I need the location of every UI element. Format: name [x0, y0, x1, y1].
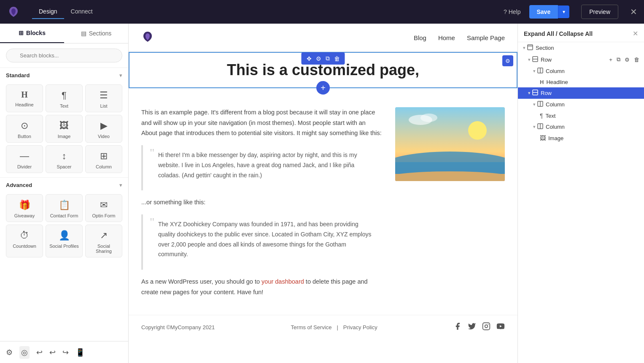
settings-toolbar-icon[interactable]: ⚙: [314, 54, 323, 63]
block-countdown[interactable]: ⏱ Countdown: [6, 225, 43, 257]
row2-chevron[interactable]: [528, 90, 531, 96]
col2-icon: [537, 101, 543, 108]
block-divider[interactable]: — Divider: [6, 145, 43, 173]
list-icon: ☰: [100, 90, 108, 101]
headline-icon: H: [21, 90, 28, 100]
tree-column-1[interactable]: Column: [518, 65, 644, 77]
right-panel: Expand All / Collapse All ✕ Section Row …: [517, 24, 644, 363]
undo-icon[interactable]: ↩: [49, 348, 56, 357]
save-dropdown-button[interactable]: ▾: [558, 5, 569, 18]
block-giveaway[interactable]: 🎁 Giveaway: [6, 194, 43, 222]
col3-chevron[interactable]: [533, 124, 536, 130]
facebook-icon[interactable]: [453, 322, 462, 333]
right-panel-header: Expand All / Collapse All ✕: [518, 24, 644, 42]
row1-add-button[interactable]: +: [608, 56, 614, 63]
canvas-inner: Blog Home Sample Page ✥ ⚙ ⧉ 🗑 This is a …: [129, 24, 517, 363]
col2-chevron[interactable]: [533, 102, 536, 107]
history-icon[interactable]: ↩: [36, 348, 43, 357]
close-button[interactable]: ✕: [630, 7, 637, 17]
row1-settings-button[interactable]: ⚙: [623, 56, 631, 63]
tab-connect[interactable]: Connect: [64, 5, 100, 19]
nav-link-sample[interactable]: Sample Page: [467, 34, 505, 41]
tab-design[interactable]: Design: [32, 5, 64, 19]
tree-column-3[interactable]: Column: [518, 121, 644, 133]
youtube-icon[interactable]: [496, 322, 505, 333]
block-headline[interactable]: H Headline: [6, 84, 43, 112]
dashboard-link[interactable]: your dashboard: [261, 278, 304, 285]
footer-social: [453, 322, 505, 333]
redo-icon[interactable]: ↩: [62, 348, 69, 357]
settings-icon[interactable]: ⚙: [6, 348, 13, 357]
twitter-icon[interactable]: [468, 322, 476, 333]
countdown-icon: ⏱: [20, 230, 29, 241]
blockquote-mark-2: ": [150, 216, 154, 228]
save-button[interactable]: Save: [529, 5, 558, 19]
svg-point-1: [468, 121, 487, 140]
block-contact-form[interactable]: 📋 Contact Form: [46, 194, 83, 222]
delete-toolbar-icon[interactable]: 🗑: [332, 54, 342, 63]
add-row-button[interactable]: +: [316, 81, 330, 95]
help-button[interactable]: ? Help: [504, 8, 521, 15]
block-button[interactable]: ⊙ Button: [6, 115, 43, 143]
advanced-section-header: Advanced ▾: [0, 177, 128, 192]
right-panel-title: Expand All / Collapse All: [524, 30, 593, 37]
instagram-icon[interactable]: [482, 322, 490, 333]
tree-headline[interactable]: H Headline: [518, 77, 644, 87]
preview-button[interactable]: Preview: [581, 5, 618, 19]
svg-point-9: [485, 325, 488, 328]
block-image[interactable]: 🖼 Image: [46, 115, 83, 143]
block-social-sharing[interactable]: ↗ Social Sharing: [85, 225, 122, 257]
tree-text[interactable]: ¶ Text: [518, 110, 644, 121]
row1-chevron[interactable]: [528, 57, 531, 62]
move-icon[interactable]: ✥: [305, 54, 313, 63]
nav-link-blog[interactable]: Blog: [414, 34, 426, 41]
column-icon: ⊞: [100, 151, 108, 162]
tree-row-2[interactable]: Row: [518, 87, 644, 99]
help-icon: ?: [504, 8, 507, 15]
tree-row-1[interactable]: Row + ⧉ ⚙ 🗑: [518, 54, 644, 65]
right-panel-close-button[interactable]: ✕: [633, 30, 638, 38]
section-chevron[interactable]: [523, 45, 525, 51]
tab-blocks[interactable]: ⊞ Blocks: [0, 24, 64, 43]
left-panel: ⊞ Blocks ▤ Sections 🔍 Standard ▾ H He: [0, 24, 129, 363]
page-footer: Copyright ©MyCompany 2021 Terms of Servi…: [129, 315, 517, 339]
search-input[interactable]: [6, 49, 122, 62]
standard-toggle[interactable]: ▾: [119, 72, 122, 79]
tree-section[interactable]: Section: [518, 42, 644, 54]
footer-copyright: Copyright ©MyCompany 2021: [141, 324, 215, 330]
block-video[interactable]: ▶ Video: [85, 115, 122, 143]
block-optin-form[interactable]: ✉ Optin Form: [85, 194, 122, 222]
headline-settings-button[interactable]: ⚙: [502, 55, 513, 66]
button-icon: ⊙: [21, 120, 28, 131]
blockquote-mark-1: ": [150, 147, 154, 159]
block-social-profiles[interactable]: 👤 Social Profiles: [46, 225, 83, 257]
mobile-icon[interactable]: 📱: [75, 348, 85, 357]
tree-column-2[interactable]: Column: [518, 99, 644, 110]
layers-icon[interactable]: ◎: [19, 346, 30, 359]
row1-copy-button[interactable]: ⧉: [615, 56, 622, 63]
tree-image[interactable]: 🖼 Image: [518, 133, 644, 144]
block-column[interactable]: ⊞ Column: [85, 145, 122, 173]
nav-link-home[interactable]: Home: [438, 34, 455, 41]
block-spacer[interactable]: ↕ Spacer: [46, 145, 83, 173]
body-paragraph-1: This is an example page. It's different …: [141, 107, 383, 138]
col1-chevron[interactable]: [533, 68, 536, 74]
optin-form-icon: ✉: [100, 200, 108, 211]
footer-links: Terms of Service | Privacy Policy: [291, 324, 377, 330]
add-row-area: +: [129, 88, 517, 95]
blocks-scroll: Standard ▾ H Headline ¶ Text ☰ List ⊙: [0, 68, 128, 341]
copy-toolbar-icon[interactable]: ⧉: [324, 54, 331, 63]
footer-link-privacy[interactable]: Privacy Policy: [343, 324, 377, 330]
footer-link-tos[interactable]: Terms of Service: [291, 324, 332, 330]
tab-sections[interactable]: ▤ Sections: [64, 24, 128, 43]
blocks-tab-icon: ⊞: [19, 30, 24, 36]
beach-image: [395, 107, 505, 181]
standard-blocks-grid: H Headline ¶ Text ☰ List ⊙ Button 🖼 I: [0, 82, 128, 177]
advanced-toggle[interactable]: ▾: [119, 182, 122, 188]
block-text[interactable]: ¶ Text: [46, 84, 83, 112]
video-icon: ▶: [100, 120, 108, 131]
logo: [7, 5, 20, 19]
blockquote-2-text: The XYZ Doohickey Company was founded in…: [158, 219, 376, 260]
row1-delete-button[interactable]: 🗑: [633, 56, 641, 63]
block-list[interactable]: ☰ List: [85, 84, 122, 112]
